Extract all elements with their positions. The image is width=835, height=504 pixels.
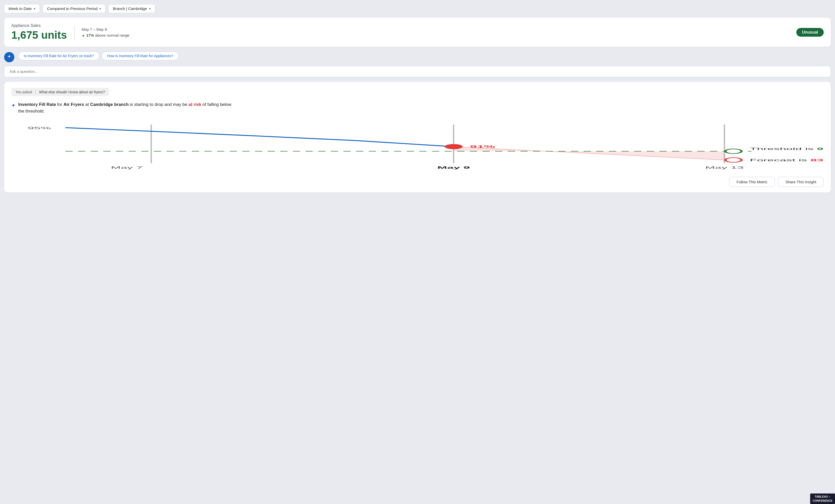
- metric-change-pct: 17%: [86, 33, 94, 37]
- branch-filter[interactable]: Branch | Cambridge ▾: [108, 4, 155, 13]
- you-asked-question: What else should I know about air fryers…: [39, 90, 105, 94]
- ask-input[interactable]: [9, 69, 826, 74]
- svg-text:May 7: May 7: [111, 166, 143, 169]
- insight-tail2: the threshold.: [18, 109, 45, 114]
- period-filter[interactable]: Week to Date ▾: [4, 4, 40, 13]
- filter-bar: Week to Date ▾ Compared to Previous Peri…: [4, 4, 831, 13]
- tableau-badge: TABLEAU ● CONFERENCE: [810, 493, 835, 504]
- svg-point-10: [725, 149, 741, 154]
- svg-text:Threshold is 90%: Threshold is 90%: [750, 147, 824, 150]
- period-chevron-icon: ▾: [34, 7, 35, 11]
- follow-metric-button[interactable]: Follow This Metric: [729, 177, 775, 187]
- product-bold: Air Fryers: [64, 102, 84, 107]
- branch-label: Branch | Cambridge: [113, 6, 147, 11]
- svg-point-0: [9, 57, 10, 58]
- comparison-chevron-icon: ▾: [99, 7, 101, 11]
- location-bold: Cambridge branch: [90, 102, 129, 107]
- insight-sparkle-icon: ✦: [11, 102, 16, 109]
- branch-chevron-icon: ▾: [149, 7, 151, 11]
- ai-suggestions-area: Is Inventory Fill Rate for Air Fryers on…: [18, 52, 179, 60]
- metric-left: Appliance Sales 1,675 units May 7 – May …: [11, 23, 129, 41]
- chart-area: 95% 91% Threshold is 90% Forecast is 83%: [11, 121, 824, 172]
- comparison-filter[interactable]: Compared to Previous Period ▾: [43, 4, 106, 13]
- svg-text:May 13: May 13: [705, 166, 744, 169]
- tableau-line2: CONFERENCE: [813, 499, 832, 502]
- svg-text:Forecast is 83%: Forecast is 83%: [750, 158, 824, 162]
- suggestion-1[interactable]: Is Inventory Fill Rate for Air Fryers on…: [18, 52, 99, 60]
- metric-card: Appliance Sales 1,675 units May 7 – May …: [4, 18, 831, 47]
- svg-text:91%: 91%: [470, 145, 495, 149]
- metric-change: ▲ 17% above normal range: [82, 33, 129, 37]
- chart-actions: Follow This Metric Share This Insight TA…: [729, 177, 824, 187]
- metric-divider: [74, 25, 75, 39]
- insight-for: for: [57, 102, 64, 107]
- you-asked-label: You asked: [15, 90, 32, 94]
- svg-point-12: [725, 158, 741, 162]
- comparison-label: Compared to Previous Period: [47, 6, 98, 11]
- metric-date-range: May 7 – May 9: [82, 27, 129, 32]
- insight-location: at: [85, 102, 90, 107]
- insight-tail: of falling below: [202, 102, 231, 107]
- insight-body-text: is starting to drop and may be: [130, 102, 189, 107]
- metric-bold: Inventory Fill Rate: [18, 102, 56, 107]
- sparkle-icon: [6, 54, 12, 60]
- at-risk-text: at risk: [188, 102, 201, 107]
- divider: |: [35, 90, 36, 94]
- unusual-badge: Unusual: [796, 28, 824, 37]
- chart-actions-wrap: Follow This Metric Share This Insight TA…: [11, 177, 824, 187]
- share-insight-button[interactable]: Share This Insight: [778, 177, 824, 187]
- period-label: Week to Date: [8, 6, 32, 11]
- metric-period-info: May 7 – May 9 ▲ 17% above normal range: [82, 27, 129, 37]
- metric-title: Appliance Sales: [11, 23, 67, 28]
- insight-body: Inventory Fill Rate for Air Fryers at Ca…: [18, 101, 231, 114]
- metric-value: 1,675 units: [11, 29, 67, 41]
- metric-change-label: above normal range: [95, 33, 129, 37]
- ai-icon: [4, 52, 14, 62]
- tableau-line1: TABLEAU: [815, 495, 828, 498]
- you-asked-bar: You asked | What else should I know abou…: [11, 88, 109, 96]
- suggestion-2[interactable]: How is Inventory Fill Rate for Appliance…: [102, 52, 179, 60]
- up-triangle-icon: ▲: [82, 33, 85, 37]
- ask-input-wrap[interactable]: [4, 66, 831, 77]
- ai-suggestions-list: Is Inventory Fill Rate for Air Fryers on…: [18, 52, 179, 60]
- insight-text: ✦ Inventory Fill Rate for Air Fryers at …: [11, 101, 824, 114]
- chart-svg: 95% 91% Threshold is 90% Forecast is 83%: [11, 121, 824, 172]
- insight-panel: You asked | What else should I know abou…: [4, 82, 831, 193]
- tableau-sf-dot: ●: [829, 495, 831, 498]
- ai-area: Is Inventory Fill Rate for Air Fryers on…: [4, 52, 831, 62]
- svg-text:95%: 95%: [27, 126, 51, 130]
- svg-point-8: [445, 144, 463, 149]
- metric-info: Appliance Sales 1,675 units: [11, 23, 67, 41]
- svg-text:May 9: May 9: [437, 166, 470, 169]
